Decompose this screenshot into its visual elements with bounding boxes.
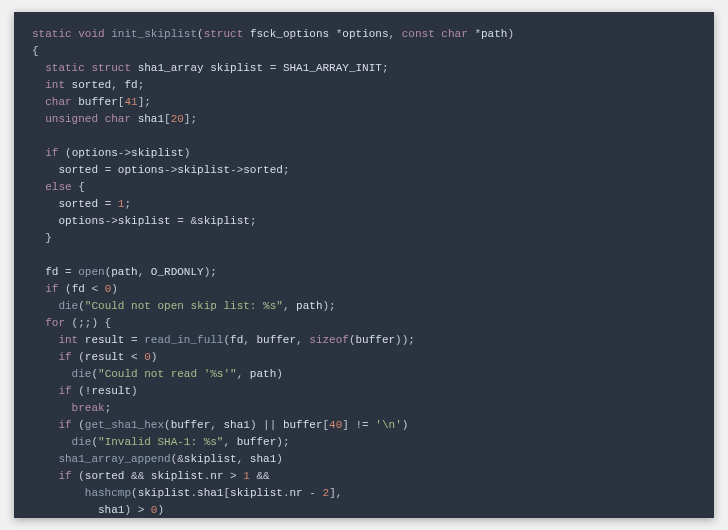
code-token: "Could not open skip list: %s" [85, 300, 283, 312]
code-token [32, 334, 58, 346]
code-token: ) [151, 351, 158, 363]
code-line: sorted = options->skiplist->sorted; [32, 162, 696, 179]
code-token [32, 147, 45, 159]
code-line: if (sorted && skiplist.nr > 1 && [32, 468, 696, 485]
code-token: [ [164, 113, 171, 125]
code-token: SHA1_ARRAY_INIT [283, 62, 382, 74]
code-token [32, 300, 58, 312]
code-token: (;;) { [72, 317, 112, 329]
code-token: nr [290, 487, 310, 499]
code-token: unsigned [45, 113, 104, 125]
code-token [32, 351, 58, 363]
code-token: , [296, 334, 309, 346]
code-token: , [243, 334, 256, 346]
code-token: < [131, 351, 144, 363]
code-token: int [58, 334, 84, 346]
code-token: void [78, 28, 111, 40]
code-token: ( [78, 351, 85, 363]
code-token [32, 164, 58, 176]
code-token: ; [329, 300, 336, 312]
code-token: options [58, 215, 104, 227]
code-token: , [237, 368, 250, 380]
code-token: ( [78, 470, 85, 482]
code-token [32, 368, 72, 380]
code-token: ( [78, 385, 85, 397]
code-token: ; [283, 436, 290, 448]
code-token: sha1 [197, 487, 223, 499]
code-token: result [85, 334, 131, 346]
code-token: ; [105, 402, 112, 414]
code-token: sizeof [309, 334, 349, 346]
code-token: ( [197, 28, 204, 40]
code-token: sha1 [98, 504, 124, 516]
code-token: open [78, 266, 104, 278]
code-token: ( [349, 334, 356, 346]
code-token: path [296, 300, 322, 312]
code-token: & [177, 453, 184, 465]
code-token: skiplist [197, 215, 250, 227]
code-token [32, 232, 45, 244]
code-line: for (;;) { [32, 315, 696, 332]
code-token: 0 [144, 351, 151, 363]
code-token: ; [144, 96, 151, 108]
code-token: = [177, 215, 190, 227]
code-line: if (get_sha1_hex(buffer, sha1) || buffer… [32, 417, 696, 434]
code-token: get_sha1_hex [85, 419, 164, 431]
code-token: ; [382, 62, 389, 74]
code-line: fd = open(path, O_RDONLY); [32, 264, 696, 281]
code-token: skiplist [131, 147, 184, 159]
code-token: -> [118, 147, 131, 159]
code-token: ] [342, 419, 355, 431]
code-token: read_in_full [144, 334, 223, 346]
code-token: = [105, 164, 118, 176]
code-token: { [32, 45, 39, 57]
code-line: int result = read_in_full(fd, buffer, si… [32, 332, 696, 349]
code-token: result [91, 385, 131, 397]
code-line: options->skiplist = &skiplist; [32, 213, 696, 230]
code-token: , [389, 28, 402, 40]
code-token: - [309, 487, 322, 499]
code-token: struct [91, 62, 137, 74]
code-line: else { [32, 179, 696, 196]
code-token: fd [72, 283, 92, 295]
code-token: sorted [72, 79, 112, 91]
code-token: char [105, 113, 138, 125]
code-line: static struct sha1_array skiplist = SHA1… [32, 60, 696, 77]
code-line [32, 247, 696, 264]
code-token: || [263, 419, 283, 431]
code-token: ) [124, 504, 137, 516]
code-token [32, 215, 58, 227]
code-token [32, 181, 45, 193]
code-token: = [65, 266, 78, 278]
code-line: die("Could not read '%s'", path) [32, 366, 696, 383]
code-token: 20 [171, 113, 184, 125]
code-token: buffer [356, 334, 396, 346]
code-token: > [230, 470, 243, 482]
code-token: ; [210, 266, 217, 278]
code-token: char [45, 96, 78, 108]
code-token [32, 470, 58, 482]
code-token: ) [157, 504, 164, 516]
code-token: , [237, 453, 250, 465]
code-token: buffer [78, 96, 118, 108]
code-line [32, 128, 696, 145]
code-line: if (result < 0) [32, 349, 696, 366]
code-token: for [45, 317, 71, 329]
code-token: sorted [58, 164, 104, 176]
code-token: O_RDONLY [151, 266, 204, 278]
code-line: hashcmp(skiplist.sha1[skiplist.nr - 2], [32, 485, 696, 502]
code-token [32, 317, 45, 329]
code-token: options [118, 164, 164, 176]
code-token: nr [210, 470, 230, 482]
code-token: , [138, 266, 151, 278]
code-token: path [481, 28, 507, 40]
code-token: < [91, 283, 104, 295]
code-token: buffer [283, 419, 323, 431]
code-line: sorted = 1; [32, 196, 696, 213]
code-token: fd [45, 266, 65, 278]
code-token: && [131, 470, 151, 482]
code-token: result [85, 351, 131, 363]
code-token: buffer [237, 436, 277, 448]
code-token: ) [276, 368, 283, 380]
code-editor: static void init_skiplist(struct fsck_op… [14, 12, 714, 518]
